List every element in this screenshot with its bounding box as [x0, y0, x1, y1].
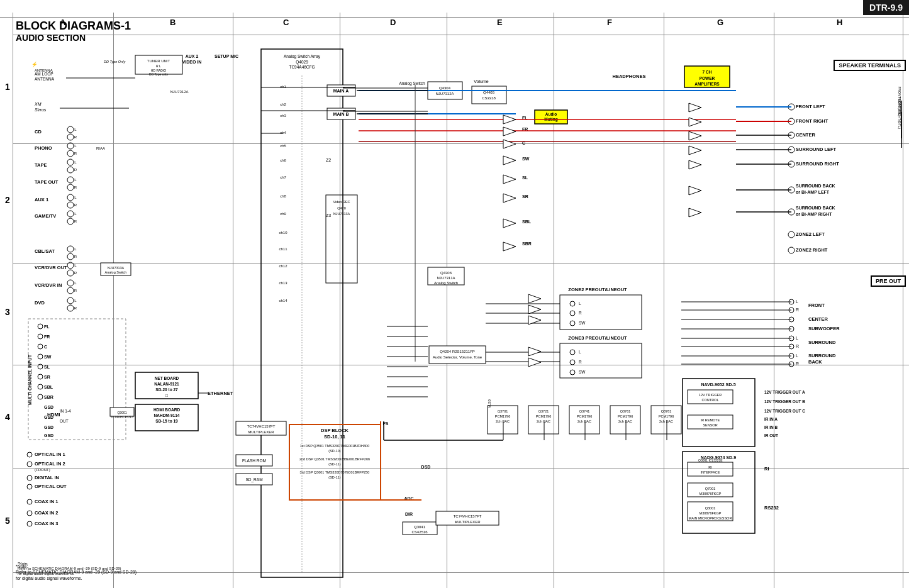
svg-text:SURROUND: SURROUND — [808, 340, 836, 345]
svg-text:IR OUT: IR OUT — [764, 433, 778, 438]
svg-text:12V TRIGGER: 12V TRIGGER — [699, 393, 722, 397]
svg-point-76 — [67, 126, 74, 133]
svg-text:ch11: ch11 — [279, 247, 287, 251]
svg-point-300 — [788, 247, 795, 253]
svg-point-225 — [570, 370, 575, 375]
svg-text:R: R — [74, 289, 77, 292]
svg-text:FLASH ROM: FLASH ROM — [242, 458, 266, 463]
svg-text:AM LOOP: AM LOOP — [35, 72, 53, 76]
svg-point-143 — [38, 394, 43, 399]
svg-text:ch9: ch9 — [280, 212, 286, 216]
svg-text:Z2: Z2 — [326, 158, 331, 162]
svg-text:SBR: SBR — [522, 241, 532, 246]
svg-text:Audio Selector, Volume, Tone: Audio Selector, Volume, Tone — [433, 355, 482, 359]
svg-text:NJU7312A: NJU7312A — [170, 90, 188, 94]
svg-point-133 — [38, 344, 43, 349]
svg-marker-344 — [689, 103, 701, 112]
svg-text:R L: R L — [156, 64, 161, 68]
svg-text:ch3: ch3 — [280, 114, 286, 118]
svg-text:BACK: BACK — [808, 359, 822, 365]
svg-text:SBL: SBL — [44, 385, 53, 389]
svg-text:Q4204 R2S15211FP: Q4204 R2S15211FP — [440, 350, 475, 353]
svg-text:FL: FL — [44, 325, 50, 329]
svg-marker-347 — [689, 146, 701, 155]
schematic-diagram: TUNER UNIT R L HD RADIO DD Type only AUX… — [13, 13, 906, 585]
svg-marker-362 — [528, 347, 541, 356]
svg-text:L: L — [74, 212, 77, 216]
svg-point-122 — [67, 297, 74, 304]
svg-text:ch2: ch2 — [280, 103, 286, 106]
svg-text:R: R — [74, 152, 77, 155]
svg-point-79 — [67, 143, 74, 149]
svg-text:COAX IN 1: COAX IN 1 — [35, 499, 59, 504]
svg-text:SW: SW — [579, 321, 586, 325]
svg-text:or Bi-AMP LEFT: or Bi-AMP LEFT — [796, 190, 830, 194]
svg-text:PCM1796: PCM1796 — [659, 414, 674, 418]
svg-text:SD_RAM: SD_RAM — [245, 477, 262, 482]
svg-marker-349 — [689, 186, 701, 195]
svg-marker-359 — [528, 294, 541, 303]
svg-point-123 — [67, 305, 74, 311]
svg-text:GSD: GSD — [44, 433, 53, 438]
row-num-2: 2 — [5, 195, 10, 205]
svg-text:R: R — [74, 219, 77, 223]
svg-text:or Bi-AMP RIGHT: or Bi-AMP RIGHT — [796, 212, 832, 216]
svg-text:HDMI BOARD: HDMI BOARD — [153, 408, 181, 412]
svg-point-109 — [67, 262, 74, 269]
svg-text:SBR: SBR — [44, 395, 53, 399]
svg-text:NJU7312A: NJU7312A — [435, 92, 454, 96]
svg-text:MAIN B: MAIN B — [333, 112, 349, 116]
svg-text:Q3761: Q3761 — [620, 409, 631, 413]
svg-text:12V TRIGGER OUT A: 12V TRIGGER OUT A — [764, 390, 805, 394]
svg-text:NAVD-9052 SD-5: NAVD-9052 SD-5 — [701, 382, 735, 387]
svg-text:FRONT RIGHT(BTL): FRONT RIGHT(BTL) — [898, 97, 901, 129]
svg-text:OPTICAL OUT: OPTICAL OUT — [35, 484, 67, 489]
svg-point-171 — [27, 475, 32, 480]
svg-text:SW: SW — [44, 355, 52, 359]
svg-point-129 — [38, 324, 43, 329]
svg-text:L: L — [796, 353, 798, 358]
svg-text:OPTICAL IN 1: OPTICAL IN 1 — [35, 452, 65, 457]
svg-text:L: L — [579, 301, 581, 306]
svg-rect-207 — [429, 346, 486, 363]
svg-text:L: L — [74, 178, 77, 182]
svg-text:DIR: DIR — [405, 512, 413, 516]
svg-text:CS42516: CS42516 — [411, 530, 428, 534]
svg-text:SURROUND BACK: SURROUND BACK — [796, 206, 835, 210]
svg-point-135 — [38, 354, 43, 359]
svg-text:Q4306: Q4306 — [440, 271, 452, 275]
svg-marker-357 — [503, 219, 516, 228]
svg-text:NET BOARD: NET BOARD — [155, 376, 179, 380]
svg-text:Q3741: Q3741 — [579, 409, 590, 413]
svg-point-141 — [38, 384, 43, 389]
svg-text:R: R — [579, 311, 582, 315]
svg-text:L: L — [579, 350, 581, 354]
svg-marker-353 — [503, 140, 516, 148]
svg-text:FRONT RIGHT: FRONT RIGHT — [796, 118, 828, 124]
svg-text:CS3318: CS3318 — [482, 96, 496, 100]
svg-text:ch7: ch7 — [280, 175, 286, 179]
svg-text:PCM1796: PCM1796 — [536, 414, 551, 418]
svg-point-80 — [67, 150, 74, 157]
svg-text:DD Type only: DD Type only — [149, 72, 168, 76]
svg-text:2ch DAC: 2ch DAC — [577, 419, 591, 423]
row-num-4: 4 — [5, 412, 10, 422]
svg-text:HDMI: HDMI — [47, 412, 60, 418]
svg-text:R: R — [74, 135, 77, 139]
svg-text:Analog Switch: Analog Switch — [105, 270, 127, 274]
svg-point-169 — [27, 462, 32, 467]
svg-point-89 — [67, 177, 74, 183]
svg-text:NJU7311A: NJU7311A — [437, 276, 455, 280]
svg-text:Q3001 ICL3221E: Q3001 ICL3221E — [698, 458, 723, 462]
row-num-3: 3 — [5, 307, 10, 317]
svg-text:VCR/DVR OUT: VCR/DVR OUT — [35, 265, 67, 270]
svg-text:DD Type Only: DD Type Only — [104, 60, 126, 64]
svg-text:R: R — [74, 186, 77, 189]
svg-text:AUX 2: AUX 2 — [186, 54, 199, 58]
svg-point-84 — [67, 159, 74, 165]
svg-text:M30876FKGP: M30876FKGP — [700, 492, 722, 496]
svg-text:PHONO: PHONO — [35, 145, 52, 151]
svg-text:VCR/DVR IN: VCR/DVR IN — [35, 282, 62, 288]
svg-point-100 — [67, 218, 74, 225]
svg-text:ch8: ch8 — [280, 194, 286, 198]
